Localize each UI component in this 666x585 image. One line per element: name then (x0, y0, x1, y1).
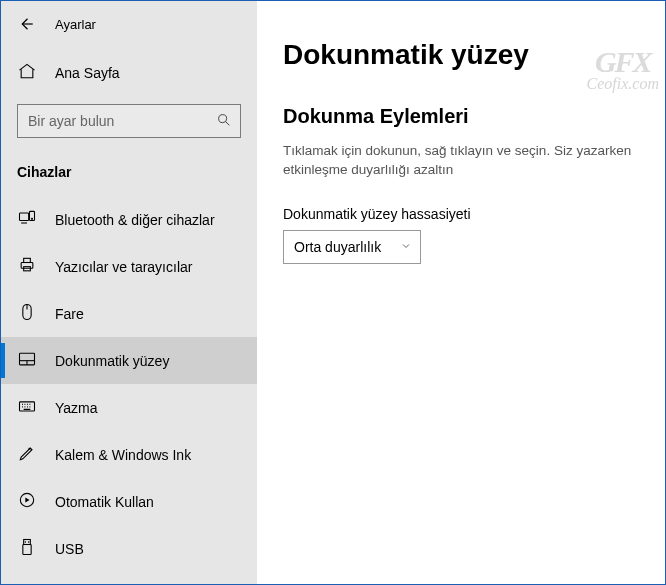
sidebar-item-autoplay[interactable]: Otomatik Kullan (1, 478, 257, 525)
sidebar: Ayarlar Ana Sayfa Cihazlar (1, 1, 257, 584)
sidebar-item-label: Kalem & Windows Ink (55, 447, 191, 463)
sidebar-item-touchpad[interactable]: Dokunmatik yüzey (1, 337, 257, 384)
svg-point-0 (219, 114, 227, 122)
category-header: Cihazlar (1, 146, 257, 190)
svg-rect-5 (24, 258, 31, 262)
search-field[interactable] (28, 113, 216, 129)
chevron-down-icon (400, 239, 412, 255)
usb-icon (17, 537, 37, 560)
sidebar-item-label: Yazma (55, 400, 98, 416)
svg-rect-4 (21, 263, 33, 269)
pen-icon (17, 443, 37, 466)
section-title: Dokunma Eylemleri (283, 105, 665, 128)
sidebar-item-label: Dokunmatik yüzey (55, 353, 169, 369)
sidebar-item-label: Yazıcılar ve tarayıcılar (55, 259, 192, 275)
search-input[interactable] (17, 104, 241, 138)
home-icon (17, 61, 37, 84)
printer-icon (17, 255, 37, 278)
sidebar-item-usb[interactable]: USB (1, 525, 257, 572)
sensitivity-label: Dokunmatik yüzey hassasiyeti (283, 206, 665, 222)
sidebar-item-typing[interactable]: Yazma (1, 384, 257, 431)
touchpad-icon (17, 349, 37, 372)
sidebar-item-mouse[interactable]: Fare (1, 290, 257, 337)
sensitivity-value: Orta duyarlılık (294, 239, 381, 255)
sidebar-item-pen[interactable]: Kalem & Windows Ink (1, 431, 257, 478)
sidebar-item-label: Otomatik Kullan (55, 494, 154, 510)
app-title: Ayarlar (55, 17, 96, 32)
search-icon (216, 112, 232, 131)
svg-rect-1 (20, 213, 29, 221)
sidebar-item-bluetooth[interactable]: Bluetooth & diğer cihazlar (1, 196, 257, 243)
sidebar-item-label: Fare (55, 306, 84, 322)
page-title: Dokunmatik yüzey (283, 39, 665, 71)
devices-icon (17, 208, 37, 231)
sidebar-item-label: USB (55, 541, 84, 557)
back-icon[interactable] (17, 15, 35, 33)
watermark-small: Ceofix.com (587, 75, 659, 93)
home-label: Ana Sayfa (55, 65, 120, 81)
sidebar-item-printers[interactable]: Yazıcılar ve tarayıcılar (1, 243, 257, 290)
titlebar: Ayarlar (1, 9, 257, 51)
section-description: Tıklamak için dokunun, sağ tıklayın ve s… (283, 142, 663, 180)
autoplay-icon (17, 490, 37, 513)
keyboard-icon (17, 396, 37, 419)
svg-point-3 (32, 218, 33, 219)
svg-rect-11 (24, 540, 31, 545)
sensitivity-select[interactable]: Orta duyarlılık (283, 230, 421, 264)
svg-rect-12 (23, 545, 31, 555)
sidebar-item-label: Bluetooth & diğer cihazlar (55, 212, 215, 228)
mouse-icon (17, 302, 37, 325)
sidebar-item-home[interactable]: Ana Sayfa (1, 51, 257, 94)
main-content: Dokunmatik yüzey Dokunma Eylemleri Tıkla… (257, 1, 665, 584)
sidebar-nav: Bluetooth & diğer cihazlar Yazıcılar ve … (1, 196, 257, 572)
